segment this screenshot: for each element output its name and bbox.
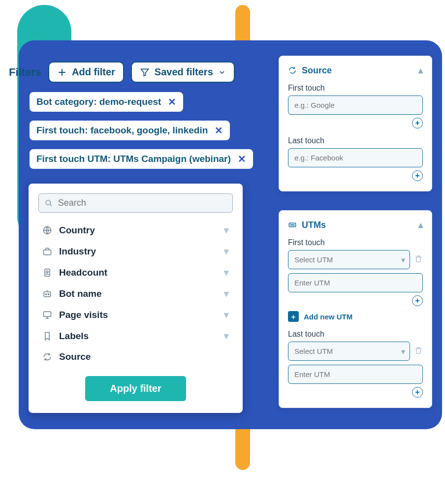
filter-item-label: Industry <box>59 246 96 257</box>
remove-chip-icon[interactable]: ✕ <box>238 153 246 165</box>
enter-utm-input[interactable] <box>288 365 423 384</box>
monitor-icon <box>42 310 52 320</box>
filters-heading: Filters <box>9 66 41 79</box>
remove-chip-icon[interactable]: ✕ <box>168 96 176 108</box>
add-new-utm-label: Add new UTM <box>304 313 352 321</box>
enter-utm-input[interactable] <box>288 273 423 292</box>
utm-first-touch-label: First touch <box>288 238 423 247</box>
filter-chip[interactable]: Bot category: demo-request ✕ <box>29 91 184 113</box>
search-icon <box>45 199 53 208</box>
collapse-icon[interactable]: ▴ <box>418 65 423 76</box>
svg-point-18 <box>293 224 294 225</box>
select-utm-dropdown[interactable] <box>288 250 410 269</box>
filter-item-label: Source <box>59 351 91 362</box>
add-utm-row-button[interactable]: + <box>412 295 423 306</box>
chevron-down-icon: ▾ <box>224 224 229 236</box>
filter-chip-label: First touch UTM: UTMs Campaign (webinar) <box>36 154 231 164</box>
remove-chip-icon[interactable]: ✕ <box>215 125 223 136</box>
add-last-source-button[interactable]: + <box>412 170 423 181</box>
add-utm-row-button[interactable]: + <box>412 387 423 398</box>
refresh-icon <box>42 352 52 362</box>
filter-item-label: Headcount <box>59 267 107 278</box>
filter-item-label: Bot name <box>59 288 102 299</box>
filter-item-label: Page visits <box>59 310 108 320</box>
add-new-utm-button[interactable]: + Add new UTM <box>288 311 423 322</box>
svg-point-10 <box>48 293 49 294</box>
first-touch-label: First touch <box>288 84 423 93</box>
svg-rect-5 <box>44 250 51 254</box>
chevron-down-icon: ▾ <box>224 267 229 278</box>
plus-icon <box>57 67 67 77</box>
search-input[interactable] <box>58 198 226 208</box>
collapse-icon[interactable]: ▴ <box>418 220 423 230</box>
chevron-down-icon: ▾ <box>401 346 405 356</box>
chevron-down-icon: ▾ <box>401 255 405 264</box>
last-touch-input[interactable] <box>288 148 423 167</box>
svg-line-3 <box>50 204 51 206</box>
bookmark-icon <box>42 331 52 341</box>
filter-item-headcount[interactable]: Headcount ▾ <box>38 262 233 283</box>
filter-panel: Country ▾ Industry ▾ Headcount ▾ Bot nam… <box>29 184 243 413</box>
apply-filter-button[interactable]: Apply filter <box>85 376 186 401</box>
chevron-down-icon: ▾ <box>224 288 229 299</box>
filter-item-page-visits[interactable]: Page visits ▾ <box>38 304 233 325</box>
source-card: Source ▴ First touch + Last touch + <box>279 56 432 191</box>
utm-icon <box>288 220 297 229</box>
bot-icon <box>42 289 52 299</box>
chevron-down-icon: ▾ <box>224 246 229 257</box>
filter-item-labels[interactable]: Labels ▾ <box>38 325 233 346</box>
search-wrapper[interactable] <box>38 193 233 213</box>
add-filter-button[interactable]: Add filter <box>48 62 124 83</box>
delete-utm-icon[interactable] <box>414 346 423 357</box>
filter-item-source[interactable]: Source <box>38 346 233 367</box>
first-touch-input[interactable] <box>288 95 423 115</box>
filter-item-bot-name[interactable]: Bot name ▾ <box>38 283 233 304</box>
filter-chip-label: First touch: facebook, google, linkedin <box>36 125 208 136</box>
chevron-down-icon: ▾ <box>224 309 229 320</box>
filter-chip[interactable]: First touch: facebook, google, linkedin … <box>29 120 231 141</box>
svg-point-7 <box>46 271 48 273</box>
add-first-source-button[interactable]: + <box>412 118 423 128</box>
badge-icon <box>42 268 52 278</box>
add-filter-label: Add filter <box>72 66 115 78</box>
plus-square-icon: + <box>288 311 299 322</box>
svg-rect-8 <box>44 291 50 296</box>
svg-rect-12 <box>44 312 51 316</box>
refresh-icon <box>288 66 297 75</box>
filter-item-label: Labels <box>59 331 89 342</box>
saved-filters-button[interactable]: Saved filters <box>131 62 235 83</box>
filter-item-country[interactable]: Country ▾ <box>38 220 233 241</box>
utm-last-touch-label: Last touch <box>288 330 423 339</box>
filter-item-industry[interactable]: Industry ▾ <box>38 241 233 262</box>
select-utm-dropdown[interactable] <box>288 342 410 361</box>
source-card-title: Source <box>302 65 332 76</box>
utms-card: UTMs ▴ First touch ▾ + + Add new UTM Las… <box>279 210 432 408</box>
filter-chip[interactable]: First touch UTM: UTMs Campaign (webinar)… <box>29 148 254 170</box>
svg-point-16 <box>290 224 291 225</box>
svg-point-9 <box>45 293 46 294</box>
delete-utm-icon[interactable] <box>414 254 423 265</box>
globe-icon <box>42 225 52 235</box>
filter-chip-label: Bot category: demo-request <box>36 96 161 107</box>
saved-filters-label: Saved filters <box>155 66 213 78</box>
chevron-down-icon: ▾ <box>224 330 229 342</box>
funnel-icon <box>140 67 150 77</box>
svg-point-17 <box>292 224 293 225</box>
last-touch-label: Last touch <box>288 136 423 145</box>
briefcase-icon <box>42 247 52 256</box>
svg-point-2 <box>46 200 51 205</box>
utms-card-title: UTMs <box>302 220 326 230</box>
chevron-down-icon <box>218 68 226 76</box>
filter-item-label: Country <box>59 225 95 236</box>
